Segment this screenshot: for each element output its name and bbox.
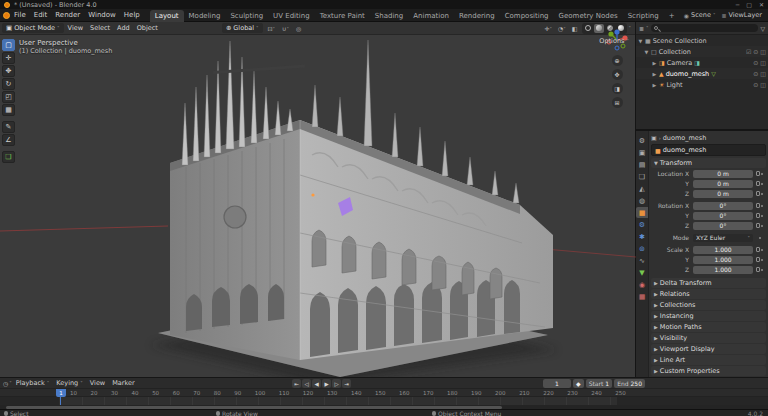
lock-icon[interactable]: [756, 223, 760, 228]
rotation-x-field[interactable]: 0°: [693, 202, 753, 210]
duomo-model[interactable]: [158, 40, 553, 377]
location-y-field[interactable]: 0 m: [693, 180, 753, 188]
outliner-row-collection[interactable]: ▼ □ Collection ☑ ⊙ ◫: [636, 46, 768, 57]
tab-scripting[interactable]: Scripting: [623, 10, 664, 22]
hide-eye-icon[interactable]: ⊙: [753, 70, 758, 77]
blender-menu-icon[interactable]: [3, 12, 10, 19]
outliner-row-light[interactable]: ▶ ☀ Light ⊙ ◫: [636, 79, 768, 90]
mode-selector[interactable]: ▣ Object Mode ˅: [2, 23, 64, 33]
world-tab-icon[interactable]: ◍: [636, 195, 648, 206]
jump-to-end-button[interactable]: ⇥: [342, 379, 351, 388]
tab-uv-editing[interactable]: UV Editing: [268, 10, 315, 22]
rotation-mode-dropdown[interactable]: XYZ Euler˅: [693, 234, 753, 242]
viewport-menu-add[interactable]: Add: [114, 23, 133, 33]
playhead[interactable]: 1: [56, 389, 66, 397]
lock-icon[interactable]: [756, 213, 760, 218]
lock-icon[interactable]: [756, 191, 760, 196]
tool-tab-icon[interactable]: ⚙: [636, 135, 648, 146]
scale-z-field[interactable]: 1.000: [693, 266, 753, 274]
lock-icon[interactable]: [756, 247, 760, 252]
modifiers-tab-icon[interactable]: ⚙: [636, 219, 648, 230]
tool-options-dropdown[interactable]: Options ˅: [599, 37, 629, 45]
timeline-track-area[interactable]: [0, 397, 768, 405]
disable-render-icon[interactable]: ◫: [760, 59, 766, 66]
transform-panel-header[interactable]: ▼ Transform: [651, 158, 766, 168]
camera-view-icon[interactable]: ◨: [612, 83, 623, 94]
panel-custom-properties[interactable]: ▶Custom Properties: [651, 366, 766, 376]
timeline-menu-view[interactable]: View: [87, 379, 108, 387]
filter-icon[interactable]: ▽: [760, 25, 765, 32]
disable-render-icon[interactable]: ◫: [760, 70, 766, 77]
annotate-tool[interactable]: ✎: [2, 121, 15, 133]
rotation-z-field[interactable]: 0°: [693, 222, 753, 230]
timeline-ruler[interactable]: 1020304050607080901001101201301401501601…: [0, 389, 768, 397]
particles-tab-icon[interactable]: ✱: [636, 231, 648, 242]
render-tab-icon[interactable]: ▣: [636, 147, 648, 158]
outliner-row-camera[interactable]: ▶ ◨ Camera ◨ ⊙ ◫: [636, 57, 768, 68]
animate-dot-icon[interactable]: [761, 259, 763, 261]
view-layer-tab-icon[interactable]: ❏: [636, 171, 648, 182]
next-keyframe-button[interactable]: ▷: [332, 379, 341, 388]
menu-edit[interactable]: Edit: [30, 10, 52, 20]
disable-render-icon[interactable]: ◫: [760, 81, 766, 88]
hide-eye-icon[interactable]: ⊙: [753, 81, 758, 88]
animate-dot-icon[interactable]: [761, 249, 763, 251]
maximize-button[interactable]: ▢: [746, 1, 752, 8]
disclosure-icon[interactable]: ▶: [652, 82, 657, 88]
viewport-menu-view[interactable]: View: [65, 23, 86, 33]
scale-x-field[interactable]: 1.000: [693, 246, 753, 254]
animate-dot-icon[interactable]: [761, 205, 763, 207]
disclosure-icon[interactable]: ▶: [652, 60, 657, 66]
pan-hand-icon[interactable]: ✥: [612, 69, 623, 80]
timeline-menu-marker[interactable]: Marker: [109, 379, 137, 387]
keying-set-button[interactable]: ◆: [573, 379, 584, 388]
animate-dot-icon[interactable]: [761, 215, 763, 217]
outliner-row-duomo-mesh[interactable]: ▶ ▲ duomo_mesh ▽ ⊙ ◫: [636, 68, 768, 79]
panel-instancing[interactable]: ▶Instancing: [651, 311, 766, 321]
exclude-checkbox-icon[interactable]: ☑: [746, 48, 751, 55]
disclosure-icon[interactable]: ▼: [644, 49, 649, 55]
lock-icon[interactable]: [756, 257, 760, 262]
menu-file[interactable]: File: [10, 10, 30, 20]
object-name-field[interactable]: ■ duomo_mesh: [651, 144, 766, 156]
physics-tab-icon[interactable]: ⊚: [636, 243, 648, 254]
animate-dot-icon[interactable]: [761, 183, 763, 185]
current-frame-field[interactable]: 1: [543, 379, 571, 388]
tab-compositing[interactable]: Compositing: [500, 10, 554, 22]
jump-to-start-button[interactable]: ⇤: [292, 379, 301, 388]
location-z-field[interactable]: 0 m: [693, 190, 753, 198]
rotation-y-field[interactable]: 0°: [693, 212, 753, 220]
scene-tab-icon[interactable]: ◭: [636, 183, 648, 194]
move-tool[interactable]: ✥: [2, 65, 15, 77]
tab-layout[interactable]: Layout: [150, 10, 184, 22]
disable-render-icon[interactable]: ◫: [760, 48, 766, 55]
prev-keyframe-button[interactable]: ◁: [302, 379, 311, 388]
constraints-tab-icon[interactable]: ∿: [636, 255, 648, 266]
lock-icon[interactable]: [756, 267, 760, 272]
view-layer-selector[interactable]: ≣ ViewLayer: [721, 11, 762, 19]
texture-tab-icon[interactable]: ▦: [636, 291, 648, 302]
panel-motion-paths[interactable]: ▶Motion Paths: [651, 322, 766, 332]
output-tab-icon[interactable]: ▤: [636, 159, 648, 170]
play-reverse-button[interactable]: ◀: [312, 379, 321, 388]
outliner-editor-icon[interactable]: ≣: [639, 25, 644, 32]
tab-rendering[interactable]: Rendering: [454, 10, 500, 22]
tab-geometry-nodes[interactable]: Geometry Nodes: [554, 10, 623, 22]
timeline-menu-keying[interactable]: Keying ˅: [53, 379, 85, 387]
zoom-icon[interactable]: ⊕: [612, 55, 623, 66]
pivot-point-selector[interactable]: ⊡˅: [266, 24, 278, 33]
cursor-tool[interactable]: ✛: [2, 52, 15, 64]
close-button[interactable]: ✕: [759, 1, 764, 8]
menu-render[interactable]: Render: [51, 10, 84, 20]
panel-viewport-display[interactable]: ▶Viewport Display: [651, 344, 766, 354]
object-tab-icon[interactable]: ■: [636, 207, 648, 218]
rotate-tool[interactable]: ↻: [2, 78, 15, 90]
outliner-row-scene-collection[interactable]: ▼ ▦ Scene Collection: [636, 35, 768, 46]
animate-dot-icon[interactable]: [759, 237, 761, 239]
frame-end-field[interactable]: End250: [614, 379, 645, 388]
panel-relations[interactable]: ▶Relations: [651, 289, 766, 299]
viewport-menu-object[interactable]: Object: [134, 23, 161, 33]
transform-orientation-selector[interactable]: ⊕ Global ˅: [222, 23, 263, 33]
panel-delta-transform[interactable]: ▶Delta Transform: [651, 278, 766, 288]
viewport-menu-select[interactable]: Select: [87, 23, 113, 33]
